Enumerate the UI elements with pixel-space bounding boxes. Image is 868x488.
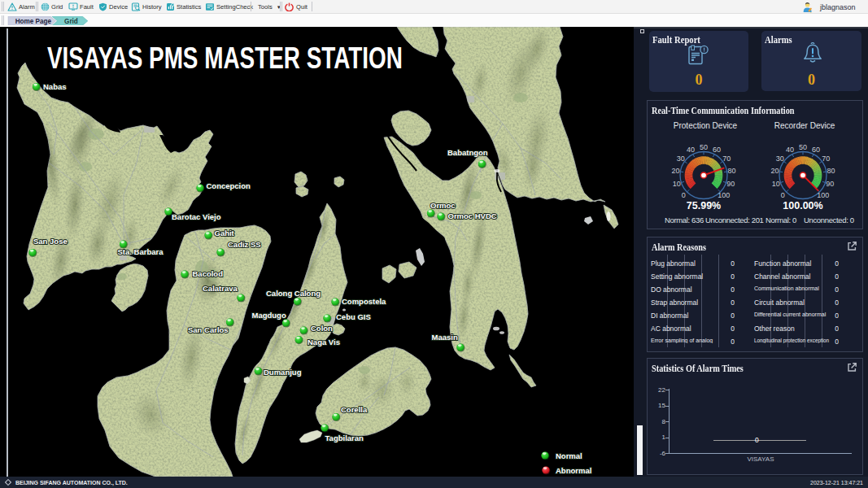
svg-text:100: 100 [718,191,730,199]
svg-text:Calong Calong: Calong Calong [266,289,321,298]
svg-text:70: 70 [822,155,830,163]
svg-text:90: 90 [726,180,735,188]
svg-text:Normal: 636: Normal: 636 [665,216,704,224]
svg-text:Unconnected: 201: Unconnected: 201 [705,216,764,224]
svg-text:Cebu GIS: Cebu GIS [336,312,371,321]
svg-text:Ormoc HVDC: Ormoc HVDC [448,211,497,220]
svg-text:Nabas: Nabas [43,82,67,91]
svg-text:Naga Vis: Naga Vis [308,338,340,346]
svg-text:Concepcion: Concepcion [207,181,251,190]
svg-text:40: 40 [687,146,695,154]
svg-text:50: 50 [700,143,708,151]
svg-text:Corella: Corella [341,405,368,414]
svg-text:VISAYAS PMS MASTER STATION: VISAYAS PMS MASTER STATION [47,42,403,75]
svg-text:Cadiz SS: Cadiz SS [228,240,261,249]
svg-text:30: 30 [776,155,784,163]
svg-text:Magdugo: Magdugo [252,311,286,320]
svg-text:Sta. Barbara: Sta. Barbara [118,247,164,256]
svg-text:Unconnected: 0: Unconnected: 0 [804,216,854,224]
svg-text:10: 10 [673,180,681,188]
svg-text:Calatrava: Calatrava [203,284,238,293]
svg-text:San Carlos: San Carlos [188,325,229,334]
svg-text:75.99%: 75.99% [687,200,721,211]
svg-text:Gahit: Gahit [215,229,235,237]
svg-text:100: 100 [817,191,829,199]
svg-text:20: 20 [671,167,679,175]
svg-text:Babatngon: Babatngon [447,148,488,157]
svg-text:100.00%: 100.00% [783,200,822,211]
svg-text:Colon: Colon [311,324,333,333]
svg-text:Normal: Normal [556,451,582,460]
svg-text:50: 50 [799,143,807,151]
svg-text:Home Page: Home Page [15,17,52,24]
svg-text:40: 40 [786,146,794,154]
svg-text:Maasin: Maasin [432,333,458,342]
svg-text:Bacolod: Bacolod [193,269,224,278]
svg-text:Normal: 0: Normal: 0 [765,216,796,224]
svg-text:60: 60 [812,146,820,154]
svg-text:80: 80 [728,167,736,175]
svg-text:0: 0 [682,191,686,199]
svg-text:San Jose: San Jose [33,237,68,246]
svg-text:Tagbilaran: Tagbilaran [325,434,364,442]
svg-text:Grid: Grid [64,17,78,24]
svg-text:70: 70 [722,155,731,163]
svg-text:Ormoc: Ormoc [430,201,456,210]
svg-text:60: 60 [713,146,721,154]
svg-text:80: 80 [827,167,835,175]
svg-text:20: 20 [770,167,779,175]
svg-text:Compostela: Compostela [342,297,386,306]
svg-text:Abnormal: Abnormal [556,466,591,475]
svg-text:10: 10 [772,180,780,188]
svg-text:0: 0 [781,191,785,199]
svg-text:30: 30 [677,155,685,163]
svg-text:90: 90 [826,180,834,188]
svg-text:Dumanjug: Dumanjug [264,368,302,377]
svg-text:Barotac Viejo: Barotac Viejo [172,212,221,221]
